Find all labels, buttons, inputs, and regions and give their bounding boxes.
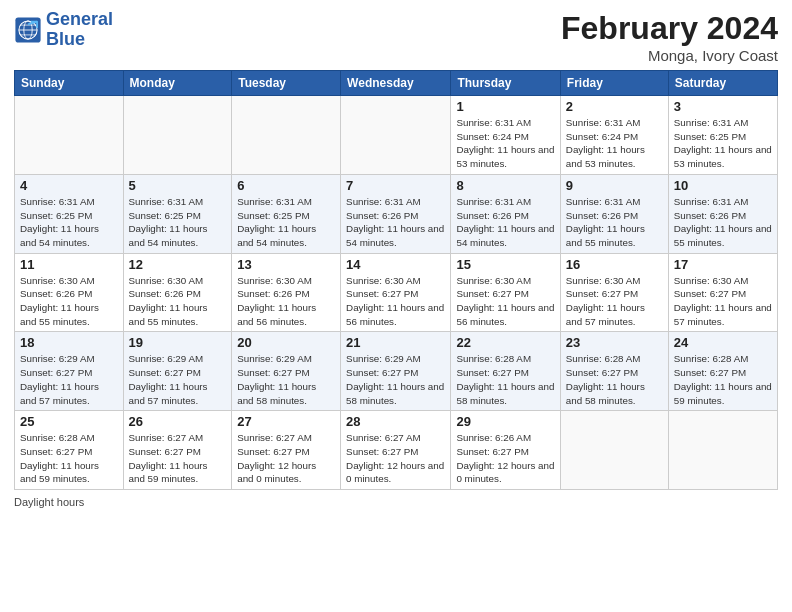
table-row: 9Sunrise: 6:31 AMSunset: 6:26 PMDaylight…	[560, 174, 668, 253]
day-number: 8	[456, 178, 554, 193]
day-info: Sunrise: 6:28 AMSunset: 6:27 PMDaylight:…	[674, 352, 772, 407]
table-row	[341, 96, 451, 175]
table-row: 26Sunrise: 6:27 AMSunset: 6:27 PMDayligh…	[123, 411, 232, 490]
table-row: 29Sunrise: 6:26 AMSunset: 6:27 PMDayligh…	[451, 411, 560, 490]
day-info: Sunrise: 6:30 AMSunset: 6:27 PMDaylight:…	[456, 274, 554, 329]
daylight-label: Daylight hours	[14, 496, 84, 508]
day-number: 16	[566, 257, 663, 272]
table-row: 28Sunrise: 6:27 AMSunset: 6:27 PMDayligh…	[341, 411, 451, 490]
table-row	[15, 96, 124, 175]
day-info: Sunrise: 6:29 AMSunset: 6:27 PMDaylight:…	[129, 352, 227, 407]
day-number: 11	[20, 257, 118, 272]
day-number: 19	[129, 335, 227, 350]
calendar-header-row: Sunday Monday Tuesday Wednesday Thursday…	[15, 71, 778, 96]
table-row: 16Sunrise: 6:30 AMSunset: 6:27 PMDayligh…	[560, 253, 668, 332]
table-row: 20Sunrise: 6:29 AMSunset: 6:27 PMDayligh…	[232, 332, 341, 411]
day-info: Sunrise: 6:30 AMSunset: 6:26 PMDaylight:…	[129, 274, 227, 329]
table-row: 1Sunrise: 6:31 AMSunset: 6:24 PMDaylight…	[451, 96, 560, 175]
col-thursday: Thursday	[451, 71, 560, 96]
day-info: Sunrise: 6:28 AMSunset: 6:27 PMDaylight:…	[456, 352, 554, 407]
table-row: 18Sunrise: 6:29 AMSunset: 6:27 PMDayligh…	[15, 332, 124, 411]
logo-general: General	[46, 10, 113, 30]
table-row: 7Sunrise: 6:31 AMSunset: 6:26 PMDaylight…	[341, 174, 451, 253]
col-monday: Monday	[123, 71, 232, 96]
day-number: 4	[20, 178, 118, 193]
logo: General Blue	[14, 10, 113, 50]
day-number: 17	[674, 257, 772, 272]
table-row: 6Sunrise: 6:31 AMSunset: 6:25 PMDaylight…	[232, 174, 341, 253]
table-row: 5Sunrise: 6:31 AMSunset: 6:25 PMDaylight…	[123, 174, 232, 253]
day-number: 18	[20, 335, 118, 350]
day-info: Sunrise: 6:30 AMSunset: 6:27 PMDaylight:…	[566, 274, 663, 329]
day-info: Sunrise: 6:28 AMSunset: 6:27 PMDaylight:…	[20, 431, 118, 486]
day-info: Sunrise: 6:31 AMSunset: 6:26 PMDaylight:…	[346, 195, 445, 250]
table-row	[232, 96, 341, 175]
table-row: 14Sunrise: 6:30 AMSunset: 6:27 PMDayligh…	[341, 253, 451, 332]
day-info: Sunrise: 6:28 AMSunset: 6:27 PMDaylight:…	[566, 352, 663, 407]
calendar-week-row: 1Sunrise: 6:31 AMSunset: 6:24 PMDaylight…	[15, 96, 778, 175]
day-info: Sunrise: 6:30 AMSunset: 6:26 PMDaylight:…	[20, 274, 118, 329]
day-info: Sunrise: 6:31 AMSunset: 6:26 PMDaylight:…	[456, 195, 554, 250]
day-info: Sunrise: 6:27 AMSunset: 6:27 PMDaylight:…	[237, 431, 335, 486]
table-row: 8Sunrise: 6:31 AMSunset: 6:26 PMDaylight…	[451, 174, 560, 253]
day-info: Sunrise: 6:30 AMSunset: 6:27 PMDaylight:…	[674, 274, 772, 329]
table-row: 22Sunrise: 6:28 AMSunset: 6:27 PMDayligh…	[451, 332, 560, 411]
day-number: 1	[456, 99, 554, 114]
table-row: 17Sunrise: 6:30 AMSunset: 6:27 PMDayligh…	[668, 253, 777, 332]
day-info: Sunrise: 6:27 AMSunset: 6:27 PMDaylight:…	[129, 431, 227, 486]
table-row: 10Sunrise: 6:31 AMSunset: 6:26 PMDayligh…	[668, 174, 777, 253]
day-info: Sunrise: 6:31 AMSunset: 6:26 PMDaylight:…	[566, 195, 663, 250]
calendar-week-row: 18Sunrise: 6:29 AMSunset: 6:27 PMDayligh…	[15, 332, 778, 411]
day-info: Sunrise: 6:31 AMSunset: 6:25 PMDaylight:…	[20, 195, 118, 250]
day-info: Sunrise: 6:30 AMSunset: 6:26 PMDaylight:…	[237, 274, 335, 329]
day-number: 10	[674, 178, 772, 193]
day-info: Sunrise: 6:26 AMSunset: 6:27 PMDaylight:…	[456, 431, 554, 486]
table-row: 15Sunrise: 6:30 AMSunset: 6:27 PMDayligh…	[451, 253, 560, 332]
table-row: 24Sunrise: 6:28 AMSunset: 6:27 PMDayligh…	[668, 332, 777, 411]
footer: Daylight hours	[14, 496, 778, 508]
location: Monga, Ivory Coast	[561, 47, 778, 64]
table-row: 13Sunrise: 6:30 AMSunset: 6:26 PMDayligh…	[232, 253, 341, 332]
day-info: Sunrise: 6:31 AMSunset: 6:24 PMDaylight:…	[456, 116, 554, 171]
table-row: 23Sunrise: 6:28 AMSunset: 6:27 PMDayligh…	[560, 332, 668, 411]
day-info: Sunrise: 6:27 AMSunset: 6:27 PMDaylight:…	[346, 431, 445, 486]
day-number: 25	[20, 414, 118, 429]
title-block: February 2024 Monga, Ivory Coast	[561, 10, 778, 64]
day-number: 22	[456, 335, 554, 350]
day-number: 24	[674, 335, 772, 350]
day-number: 6	[237, 178, 335, 193]
table-row: 12Sunrise: 6:30 AMSunset: 6:26 PMDayligh…	[123, 253, 232, 332]
day-info: Sunrise: 6:31 AMSunset: 6:25 PMDaylight:…	[674, 116, 772, 171]
day-info: Sunrise: 6:31 AMSunset: 6:26 PMDaylight:…	[674, 195, 772, 250]
table-row	[123, 96, 232, 175]
table-row: 4Sunrise: 6:31 AMSunset: 6:25 PMDaylight…	[15, 174, 124, 253]
calendar-week-row: 4Sunrise: 6:31 AMSunset: 6:25 PMDaylight…	[15, 174, 778, 253]
day-number: 28	[346, 414, 445, 429]
day-number: 23	[566, 335, 663, 350]
col-sunday: Sunday	[15, 71, 124, 96]
table-row: 3Sunrise: 6:31 AMSunset: 6:25 PMDaylight…	[668, 96, 777, 175]
day-number: 20	[237, 335, 335, 350]
month-title: February 2024	[561, 10, 778, 47]
day-number: 5	[129, 178, 227, 193]
day-info: Sunrise: 6:29 AMSunset: 6:27 PMDaylight:…	[20, 352, 118, 407]
day-number: 29	[456, 414, 554, 429]
col-saturday: Saturday	[668, 71, 777, 96]
day-info: Sunrise: 6:29 AMSunset: 6:27 PMDaylight:…	[237, 352, 335, 407]
table-row: 25Sunrise: 6:28 AMSunset: 6:27 PMDayligh…	[15, 411, 124, 490]
day-number: 26	[129, 414, 227, 429]
table-row	[668, 411, 777, 490]
logo-icon	[14, 16, 42, 44]
day-number: 27	[237, 414, 335, 429]
calendar-table: Sunday Monday Tuesday Wednesday Thursday…	[14, 70, 778, 490]
day-number: 15	[456, 257, 554, 272]
col-wednesday: Wednesday	[341, 71, 451, 96]
day-number: 9	[566, 178, 663, 193]
day-info: Sunrise: 6:31 AMSunset: 6:24 PMDaylight:…	[566, 116, 663, 171]
logo-blue: Blue	[46, 30, 113, 50]
page-header: General Blue February 2024 Monga, Ivory …	[14, 10, 778, 64]
day-info: Sunrise: 6:31 AMSunset: 6:25 PMDaylight:…	[237, 195, 335, 250]
table-row: 21Sunrise: 6:29 AMSunset: 6:27 PMDayligh…	[341, 332, 451, 411]
table-row: 19Sunrise: 6:29 AMSunset: 6:27 PMDayligh…	[123, 332, 232, 411]
day-info: Sunrise: 6:30 AMSunset: 6:27 PMDaylight:…	[346, 274, 445, 329]
